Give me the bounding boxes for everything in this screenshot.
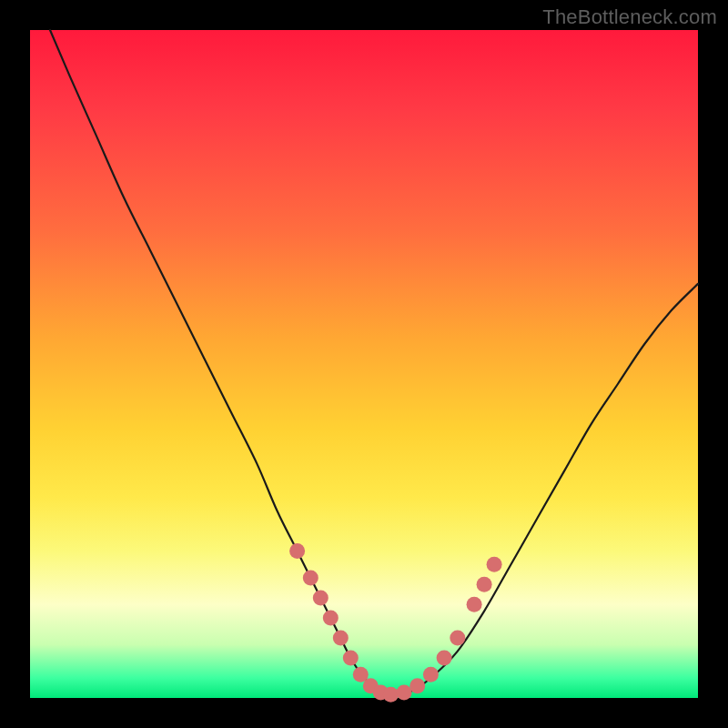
curve-marker: [313, 590, 329, 605]
curve-marker: [450, 630, 465, 645]
bottleneck-curve-svg: [30, 30, 698, 698]
bottleneck-curve-line: [50, 30, 698, 694]
curve-marker: [437, 651, 452, 666]
curve-marker: [467, 597, 482, 612]
curve-markers: [289, 543, 501, 703]
curve-marker: [487, 557, 502, 572]
chart-frame: TheBottleneck.com: [0, 0, 728, 728]
curve-marker: [423, 667, 439, 682]
curve-marker: [343, 651, 359, 666]
curve-marker: [383, 687, 399, 703]
curve-marker: [333, 630, 349, 645]
curve-marker: [397, 685, 412, 701]
watermark-label: TheBottleneck.com: [542, 5, 717, 29]
curve-marker: [410, 678, 425, 693]
curve-marker: [477, 577, 492, 592]
curve-marker: [323, 610, 339, 625]
curve-marker: [303, 570, 318, 585]
curve-marker: [289, 543, 305, 559]
plot-area: [30, 30, 698, 698]
